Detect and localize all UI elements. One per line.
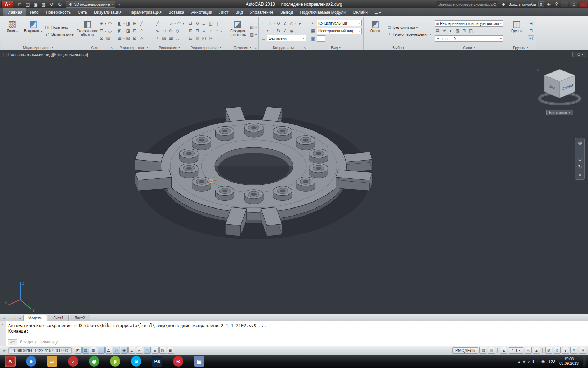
ribbon-tab[interactable]: Вывод	[277, 8, 296, 16]
ribbon-tab[interactable]: Поверхность	[42, 8, 74, 16]
app-menu-button[interactable]: A▾	[1, 1, 13, 8]
ucs-list-icon[interactable]: ∟	[260, 35, 266, 41]
first-layout-button[interactable]: «	[1, 316, 7, 321]
thicken-icon[interactable]: ▧	[125, 35, 131, 41]
ucs-z-axis-icon[interactable]: ⊥	[269, 28, 275, 34]
nav-wheel-icon[interactable]: ◎	[578, 140, 582, 145]
status-toggle-button[interactable]: ∠	[105, 347, 112, 354]
qat-button[interactable]: ↻	[56, 1, 64, 8]
ribbon-tab[interactable]: Главная	[3, 8, 26, 16]
user-icon[interactable]: ☻	[500, 2, 506, 7]
drawing-viewport[interactable]: [-][Пользовательский вид][Концептуальный…	[0, 50, 588, 314]
section-plane-button[interactable]: ◪ Секущая плоскость	[228, 18, 247, 44]
qat-button[interactable]: ▣	[32, 1, 40, 8]
status-toggle-button[interactable]: ▨	[159, 347, 166, 354]
drawing-minimize-button[interactable]: –	[574, 52, 576, 56]
taskbar-app-icon[interactable]: ♪	[68, 356, 78, 367]
layout-tab-icon[interactable]: ▥	[488, 347, 495, 354]
mesh-tool-icon[interactable]: ⊠	[99, 35, 105, 41]
ucs-3point-icon[interactable]: ∠	[282, 28, 288, 34]
move-icon[interactable]: ⇄	[188, 21, 194, 27]
coordinates-display[interactable]: -1398.9264, 1422.4157, 0.0000	[8, 347, 72, 354]
app-status-menu-icon[interactable]: ▾	[570, 347, 578, 354]
viewport-controls-label[interactable]: [-][Пользовательский вид][Концептуальный…	[3, 52, 88, 57]
group-selection-toggle-icon[interactable]: ◰	[528, 35, 534, 41]
qat-customize-button[interactable]: ▾	[117, 3, 121, 6]
command-prompt-icon[interactable]: >▾	[8, 339, 18, 345]
annotation-visibility-icon[interactable]: △	[525, 347, 532, 354]
offset-icon[interactable]: ⌐	[208, 28, 214, 34]
intersect-icon[interactable]: ⊞	[132, 21, 138, 27]
join-icon[interactable]: ◳	[208, 35, 214, 41]
arc-icon[interactable]: ◠	[176, 21, 182, 27]
polygon-icon[interactable]: ◇	[175, 28, 181, 34]
model-tab-icon[interactable]: ▤	[479, 347, 486, 354]
ribbon-tab[interactable]: Тело	[26, 8, 42, 16]
separate-icon[interactable]: ▦	[117, 35, 123, 41]
ucs-named-icon[interactable]: ◈	[289, 28, 295, 34]
workspace-switch-icon[interactable]: ⊛	[545, 347, 552, 354]
dialog-launcher-icon[interactable]: ↘	[304, 46, 306, 49]
ucs-icon[interactable]: ∟	[260, 20, 266, 26]
circle-icon[interactable]: ○	[168, 21, 174, 27]
taskbar-app-icon[interactable]: ▣	[194, 356, 204, 367]
tray-icon[interactable]: ♪	[528, 359, 530, 363]
qat-button[interactable]: □	[16, 1, 23, 8]
qat-button[interactable]: ▥	[40, 1, 48, 8]
divide-icon[interactable]: ÷	[215, 35, 220, 41]
language-indicator[interactable]: RU	[548, 359, 556, 364]
signin-button[interactable]: Вход в службы	[508, 2, 536, 6]
drawing-close-button[interactable]: ×	[582, 52, 584, 56]
layer-off-icon[interactable]: ☀	[441, 28, 447, 34]
annotation-scale-icon[interactable]: ▲	[500, 347, 507, 354]
panel-label-draw[interactable]: Рисование▾	[154, 45, 185, 50]
exchange-apps-icon[interactable]: X	[538, 1, 544, 7]
taskbar-app-icon[interactable]: e	[26, 356, 36, 367]
panel-label-section[interactable]: Сечение▾↘	[227, 45, 257, 50]
tray-icon[interactable]: ▴	[518, 359, 520, 364]
stretch-icon[interactable]: ⊞	[188, 28, 194, 34]
restore-button[interactable]: □	[570, 1, 578, 7]
ribbon-tab[interactable]: Аннотации	[188, 8, 216, 16]
layout-tab[interactable]: Лист1	[48, 315, 68, 321]
rectangle-icon[interactable]: ▱	[161, 28, 167, 34]
nav-more-icon[interactable]: ▾	[579, 172, 581, 178]
taskbar-app-icon[interactable]: Ps	[152, 356, 162, 367]
mesh-tool-icon[interactable]: ⊟	[99, 28, 105, 34]
layer-properties-icon[interactable]: ▤	[435, 28, 441, 34]
check-icon[interactable]: ◇	[139, 35, 145, 41]
layer-dropdown[interactable]: ☀◐□0▾	[435, 35, 503, 42]
mesh-tool-icon[interactable]: ◠	[107, 21, 113, 27]
command-input-row[interactable]: >▾ Введите команду	[6, 338, 588, 346]
copy-icon[interactable]: ◫	[208, 21, 214, 27]
status-toggle-button[interactable]: ▣	[167, 347, 174, 354]
show-desktop-button[interactable]	[583, 356, 586, 367]
ribbon-tab[interactable]: Лист	[216, 8, 232, 16]
group-edit-icon[interactable]: ⊟	[528, 28, 534, 34]
status-toggle-button[interactable]: ◩	[75, 347, 82, 354]
layer-state-dropdown[interactable]: ≡Несохраненная конфигурация сло▾	[435, 20, 503, 27]
gradient-icon[interactable]: ▦	[168, 35, 174, 41]
panel-label-modify[interactable]: Редактирование▾	[187, 45, 225, 50]
drawing-restore-button[interactable]: □	[578, 52, 580, 56]
taskbar-app-icon[interactable]: R	[173, 356, 183, 367]
point-icon[interactable]: +	[155, 35, 161, 41]
smooth-object-button[interactable]: ◧ Сглаживание объекта	[78, 18, 97, 44]
ucs-name-dropdown[interactable]: Без имени▾	[267, 35, 306, 41]
extrude-tool-button[interactable]: ◩ Выдавить ▾	[23, 18, 43, 44]
scale-icon[interactable]: ⊟	[195, 28, 201, 34]
navigation-bar[interactable]: ◎ + ⊙ ↻ ▾	[575, 138, 585, 180]
explode-icon[interactable]: ◰	[201, 35, 207, 41]
taskbar-app-icon[interactable]: ▱	[47, 356, 57, 367]
panel-label-view[interactable]: Вид▾	[309, 45, 362, 50]
slice-icon[interactable]: ╱	[139, 21, 145, 27]
command-line-area[interactable]: ▪ Автоматическое сохранение в D:\Users\N…	[0, 321, 588, 346]
annotation-autoscale-icon[interactable]: ▴	[533, 347, 540, 354]
panel-label-solid-editing[interactable]: Редактир. тело▾	[116, 45, 152, 50]
taskbar-app-icon[interactable]: µ	[110, 356, 120, 367]
group-button[interactable]: ◫ Группа	[507, 18, 527, 44]
help-button[interactable]: ?	[554, 2, 559, 7]
visual-style-dropdown[interactable]: Концептуальный▾	[317, 20, 362, 26]
section-tool-icon[interactable]: ▨	[249, 32, 255, 38]
layout-tab[interactable]: Модель	[23, 315, 47, 321]
